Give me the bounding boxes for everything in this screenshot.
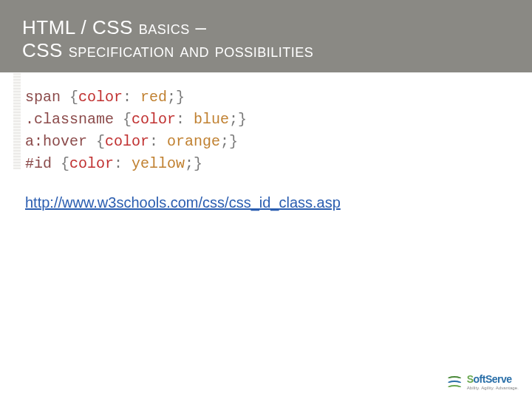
- code-line-3: a:hover {color: orange;}: [25, 131, 510, 153]
- slide-title-line2: CSS specification and possibilities: [22, 39, 510, 62]
- title-text-sc: basics: [139, 16, 190, 38]
- css-property: color: [78, 89, 123, 106]
- css-brace: }: [176, 89, 185, 106]
- css-brace: }: [229, 133, 238, 150]
- title-text: HTML / CSS: [22, 16, 139, 38]
- css-brace: {: [96, 133, 105, 150]
- css-selector: #id: [25, 155, 61, 172]
- brand-logo-icon: [446, 376, 463, 389]
- css-brace: {: [69, 89, 78, 106]
- css-selector: span: [25, 89, 69, 106]
- swoosh-icon: [446, 381, 463, 384]
- css-value: yellow: [132, 155, 185, 172]
- title-text: CSS: [22, 39, 69, 61]
- reference-link-row: http://www.w3schools.com/css/css_id_clas…: [25, 194, 510, 211]
- slide-title-line1: HTML / CSS basics –: [22, 16, 510, 39]
- css-colon: :: [149, 133, 167, 150]
- code-line-4: #id {color: yellow;}: [25, 153, 510, 175]
- css-semicolon: ;: [229, 111, 238, 128]
- css-value: red: [140, 89, 167, 106]
- css-value: blue: [194, 111, 229, 128]
- css-value: orange: [167, 133, 220, 150]
- css-semicolon: ;: [185, 155, 194, 172]
- css-semicolon: ;: [167, 89, 176, 106]
- css-semicolon: ;: [220, 133, 229, 150]
- slide: HTML / CSS basics – CSS specification an…: [0, 0, 532, 399]
- css-selector: .classname: [25, 111, 123, 128]
- css-property: color: [105, 133, 149, 150]
- reference-link[interactable]: http://www.w3schools.com/css/css_id_clas…: [25, 194, 341, 211]
- swoosh-icon: [446, 376, 463, 380]
- css-brace: }: [194, 155, 202, 172]
- title-text: –: [190, 16, 207, 38]
- css-brace: {: [123, 111, 132, 128]
- code-line-2: .classname {color: blue;}: [25, 109, 510, 131]
- swoosh-icon: [446, 385, 463, 389]
- css-brace: {: [61, 155, 69, 172]
- slide-body: span {color: red;} .classname {color: bl…: [0, 73, 532, 211]
- css-selector: a:hover: [25, 133, 96, 150]
- css-colon: :: [176, 111, 194, 128]
- decorative-stripe: [13, 73, 21, 169]
- brand-name: SoftServe: [467, 374, 519, 384]
- css-property: color: [69, 155, 114, 172]
- brand-name-rest: oftServe: [474, 373, 512, 385]
- brand-tagline: Ability. Agility. Advantage.: [467, 386, 519, 390]
- css-colon: :: [114, 155, 132, 172]
- brand-name-accent: S: [467, 373, 474, 385]
- brand-text: SoftServe Ability. Agility. Advantage.: [467, 374, 519, 390]
- css-brace: }: [238, 111, 247, 128]
- code-line-1: span {color: red;}: [25, 86, 510, 109]
- css-colon: :: [123, 89, 140, 106]
- brand-footer: SoftServe Ability. Agility. Advantage.: [446, 374, 519, 390]
- css-property: color: [132, 111, 176, 128]
- css-code-block: span {color: red;} .classname {color: bl…: [25, 86, 510, 175]
- title-text-sc: specification and possibilities: [69, 39, 314, 61]
- slide-header: HTML / CSS basics – CSS specification an…: [0, 0, 532, 73]
